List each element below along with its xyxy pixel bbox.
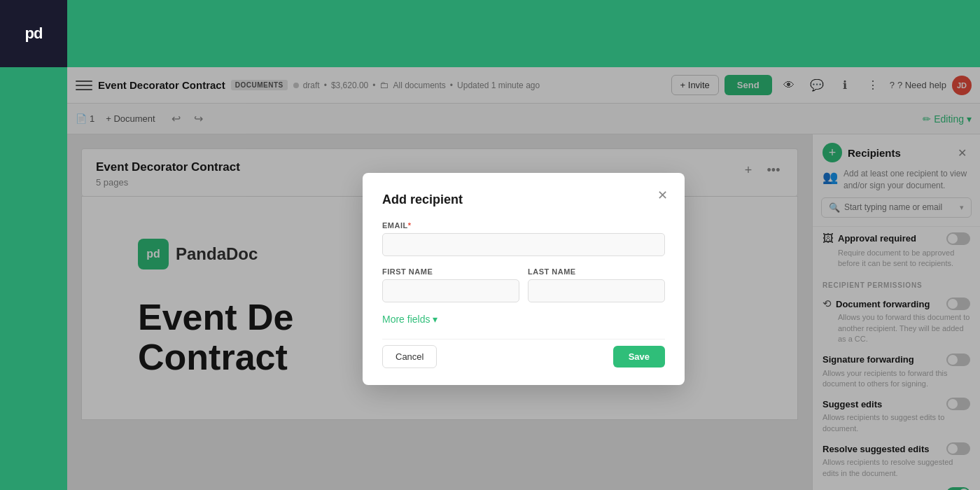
- add-recipient-modal: Add recipient ✕ EMAIL* FIRST NAME LAST N…: [363, 173, 685, 385]
- logo-text: pd: [25, 24, 43, 43]
- last-name-input[interactable]: [528, 279, 665, 302]
- save-button[interactable]: Save: [613, 346, 665, 368]
- modal-title: Add recipient: [382, 192, 665, 207]
- first-name-form-group: FIRST NAME: [382, 267, 519, 302]
- modal-footer: Cancel Save: [382, 339, 665, 368]
- last-name-form-group: LAST NAME: [528, 267, 665, 302]
- modal-close-button[interactable]: ✕: [652, 186, 672, 205]
- app-logo: pd: [0, 0, 67, 67]
- first-name-input[interactable]: [382, 279, 519, 302]
- email-label: EMAIL*: [382, 221, 665, 230]
- last-name-label: LAST NAME: [528, 267, 665, 276]
- required-marker: *: [408, 221, 412, 230]
- more-fields-chevron-icon: ▾: [433, 314, 438, 325]
- name-form-row: FIRST NAME LAST NAME: [382, 267, 665, 314]
- more-fields-label: More fields: [382, 314, 430, 325]
- cancel-button[interactable]: Cancel: [382, 345, 437, 368]
- modal-overlay: Add recipient ✕ EMAIL* FIRST NAME LAST N…: [67, 67, 980, 490]
- main-container: Event Decorator Contract DOCUMENTS draft…: [67, 67, 980, 490]
- email-input[interactable]: [382, 233, 665, 256]
- first-name-label: FIRST NAME: [382, 267, 519, 276]
- more-fields-button[interactable]: More fields ▾: [382, 314, 665, 325]
- email-form-group: EMAIL*: [382, 221, 665, 256]
